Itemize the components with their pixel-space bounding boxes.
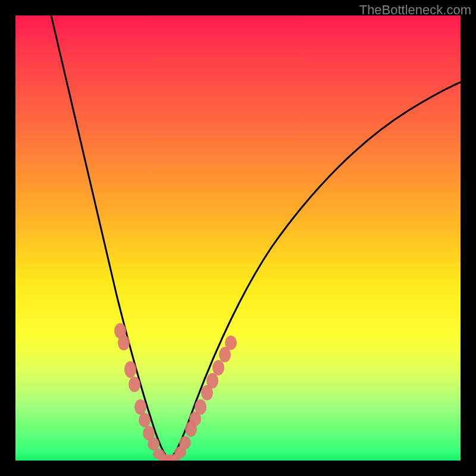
svg-point-21	[225, 336, 237, 350]
svg-point-7	[148, 437, 159, 450]
svg-point-1	[118, 335, 130, 350]
chart-svg	[15, 15, 461, 461]
left-dot-cluster	[114, 323, 165, 459]
svg-point-4	[134, 399, 146, 415]
svg-point-18	[206, 373, 218, 389]
svg-point-5	[139, 413, 151, 427]
svg-point-13	[179, 436, 191, 449]
right-dot-cluster	[174, 336, 237, 458]
svg-point-16	[195, 399, 206, 415]
chart-plot-area	[15, 15, 461, 461]
svg-point-2	[124, 361, 136, 378]
right-curve	[169, 82, 461, 458]
svg-point-19	[212, 360, 224, 375]
left-curve	[51, 15, 169, 458]
svg-point-3	[129, 377, 140, 392]
watermark-text: TheBottleneck.com	[359, 2, 471, 18]
